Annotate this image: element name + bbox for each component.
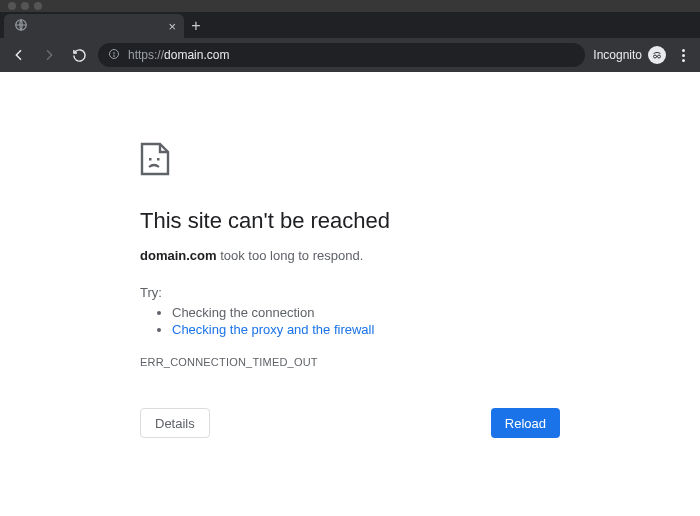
traffic-light-close[interactable] xyxy=(8,2,16,10)
reload-button[interactable] xyxy=(68,44,90,66)
address-text: https://domain.com xyxy=(128,48,229,62)
url-host: domain.com xyxy=(164,48,229,62)
error-host: domain.com xyxy=(140,248,217,263)
error-code: ERR_CONNECTION_TIMED_OUT xyxy=(140,356,700,368)
browser-menu-button[interactable] xyxy=(674,49,692,62)
error-subline: domain.com took too long to respond. xyxy=(140,248,700,263)
browser-tab[interactable]: × xyxy=(4,14,184,38)
error-button-row: Details Reload xyxy=(140,408,560,438)
back-button[interactable] xyxy=(8,44,30,66)
try-label: Try: xyxy=(140,285,700,300)
svg-rect-5 xyxy=(149,158,152,161)
error-headline: This site can't be reached xyxy=(140,208,700,234)
reload-page-button[interactable]: Reload xyxy=(491,408,560,438)
sad-page-icon xyxy=(140,142,700,180)
tab-strip: × + xyxy=(0,12,700,38)
svg-point-2 xyxy=(114,55,115,56)
error-page: This site can't be reached domain.com to… xyxy=(0,72,700,438)
details-button[interactable]: Details xyxy=(140,408,210,438)
incognito-indicator: Incognito xyxy=(593,46,666,64)
traffic-light-minimize[interactable] xyxy=(21,2,29,10)
browser-toolbar: https://domain.com Incognito xyxy=(0,38,700,72)
svg-rect-6 xyxy=(157,158,160,161)
url-protocol: https:// xyxy=(128,48,164,62)
suggestion-proxy: Checking the proxy and the firewall xyxy=(172,321,700,338)
traffic-light-zoom[interactable] xyxy=(34,2,42,10)
globe-icon xyxy=(14,18,28,35)
error-reason: took too long to respond. xyxy=(217,248,364,263)
close-icon[interactable]: × xyxy=(168,19,176,34)
address-bar[interactable]: https://domain.com xyxy=(98,43,585,67)
svg-point-3 xyxy=(654,55,657,58)
proxy-help-link[interactable]: Checking the proxy and the firewall xyxy=(172,322,374,337)
new-tab-button[interactable]: + xyxy=(184,14,208,38)
suggestion-list: Checking the connection Checking the pro… xyxy=(172,304,700,338)
window-titlebar xyxy=(0,0,700,12)
incognito-label: Incognito xyxy=(593,48,642,62)
forward-button[interactable] xyxy=(38,44,60,66)
incognito-icon xyxy=(648,46,666,64)
site-info-icon[interactable] xyxy=(108,48,120,63)
svg-point-4 xyxy=(658,55,661,58)
suggestion-connection: Checking the connection xyxy=(172,304,700,321)
